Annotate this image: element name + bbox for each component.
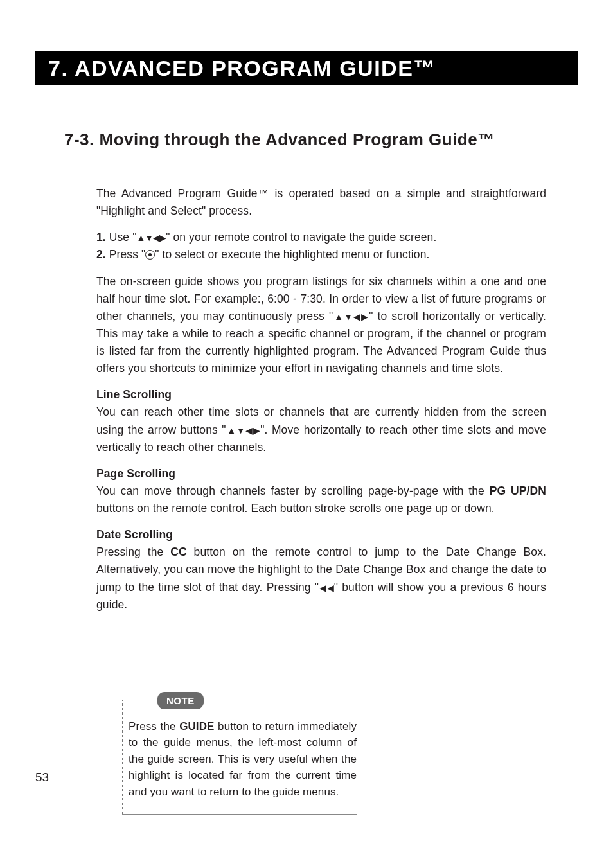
manual-page: 7. ADVANCED PROGRAM GUIDE™ 7-3. Moving t…: [0, 0, 613, 868]
pg-updn-label: PG UP/DN: [490, 484, 546, 497]
step-1-text-a: Use ": [106, 231, 137, 244]
onscreen-paragraph: The on-screen guide shows you program li…: [96, 273, 546, 378]
step-2-text-b: " to select or execute the highlighted m…: [155, 248, 429, 261]
page-text-b: buttons on the remote control. Each butt…: [96, 502, 495, 515]
arrow-keys-icon: ▲▼◀▶: [136, 233, 166, 243]
section-heading: 7-3. Moving through the Advanced Program…: [64, 130, 578, 150]
step-1-text-b: " on your remote control to navigate the…: [166, 231, 436, 244]
date-text-a: Pressing the: [96, 545, 170, 558]
note-box: NOTE Press the GUIDE button to return im…: [122, 700, 357, 815]
page-scrolling-body: You can move through channels faster by …: [96, 483, 546, 517]
guide-button-label: GUIDE: [179, 720, 214, 732]
step-2-text-a: Press ": [106, 248, 145, 261]
step-1: 1. Use "▲▼◀▶" on your remote control to …: [96, 229, 546, 246]
page-text-a: You can move through channels faster by …: [96, 484, 490, 497]
step-1-number: 1.: [96, 231, 106, 244]
page-number-text: 53: [35, 770, 49, 784]
body-column: The Advanced Program Guide™ is operated …: [96, 185, 546, 815]
select-button-icon: [145, 250, 155, 260]
page-number: 53: [35, 770, 49, 784]
line-scrolling-body: You can reach other time slots or channe…: [96, 403, 546, 456]
date-scrolling-body: Pressing the CC button on the remote con…: [96, 544, 546, 614]
left-left-arrows-icon: ◀◀: [319, 583, 334, 593]
note-left-rule: [122, 700, 123, 815]
step-2-number: 2.: [96, 248, 106, 261]
chapter-title-text: 7. ADVANCED PROGRAM GUIDE™: [48, 56, 436, 80]
step-2: 2. Press "" to select or execute the hig…: [96, 246, 546, 263]
note-text-a: Press the: [129, 720, 179, 732]
arrow-keys-icon: ▲▼◀▶: [333, 312, 369, 322]
section-heading-text: 7-3. Moving through the Advanced Program…: [64, 130, 495, 149]
note-label-text: NOTE: [166, 695, 195, 706]
chapter-title-bar: 7. ADVANCED PROGRAM GUIDE™: [35, 51, 578, 85]
intro-text: The Advanced Program Guide™ is operated …: [96, 187, 546, 217]
page-scrolling-heading: Page Scrolling: [96, 465, 546, 483]
cc-button-label: CC: [170, 545, 186, 558]
arrow-keys-icon: ▲▼◀▶: [226, 425, 260, 436]
date-scrolling-heading: Date Scrolling: [96, 526, 546, 544]
note-pill: NOTE: [157, 692, 204, 710]
line-scrolling-heading: Line Scrolling: [96, 386, 546, 403]
intro-paragraph: The Advanced Program Guide™ is operated …: [96, 185, 546, 220]
